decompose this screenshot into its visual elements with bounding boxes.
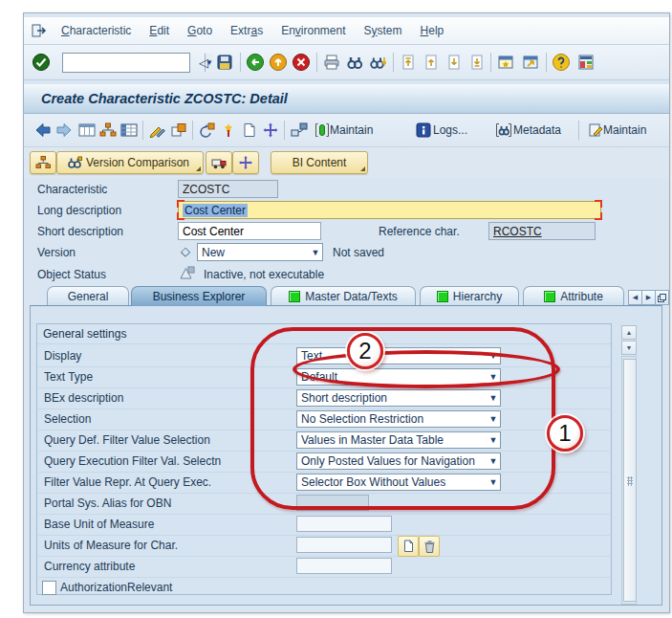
first-page-icon[interactable] (399, 53, 418, 72)
green-status-icon (289, 291, 300, 302)
display-change-icon[interactable] (148, 121, 167, 139)
tab-hierarchy[interactable]: Hierarchy (420, 286, 519, 305)
menu-item-edit[interactable]: Edit (149, 24, 169, 37)
enter-icon[interactable] (32, 53, 51, 72)
long-description-value: Cost Center (183, 204, 248, 217)
where-used-icon[interactable] (198, 121, 217, 139)
create-units-button[interactable] (398, 536, 419, 557)
menu-item-environment[interactable]: Environment (281, 24, 345, 37)
hierarchy-icon[interactable] (98, 121, 118, 139)
new-session-icon[interactable] (496, 53, 515, 72)
tab-label: Attribute (560, 290, 603, 303)
units-of-measure-field[interactable] (296, 537, 392, 553)
page-title: Create Characteristic ZCOSTC: Detail (41, 91, 288, 106)
settings-row-currency-attribute: Currency attribute (38, 556, 610, 578)
page-down-icon[interactable] (444, 53, 464, 72)
portal-alias-field (296, 495, 369, 511)
exit-session-icon[interactable] (32, 23, 48, 38)
exit-icon[interactable] (269, 53, 288, 72)
data-flow-icon[interactable] (290, 121, 309, 139)
tab-label: Hierarchy (453, 290, 502, 303)
page-up-icon[interactable] (422, 53, 441, 72)
delete-units-button[interactable] (419, 536, 440, 557)
settings-row-text-type: Text Type Default▼ (38, 366, 610, 388)
tab-attribute[interactable]: Attribute (523, 286, 624, 305)
authorization-relevant-checkbox[interactable] (42, 581, 56, 595)
tab-business-explorer[interactable]: Business Explorer (131, 286, 267, 306)
command-field[interactable]: ▼ (62, 53, 190, 73)
row-label: Query Execution Filter Val. Selectn (44, 454, 221, 468)
logs-button[interactable]: Logs... (433, 123, 467, 137)
previous-object-icon[interactable] (33, 121, 53, 139)
tab-scroll-right-icon[interactable]: ▶ (641, 290, 656, 305)
maintain2-button[interactable]: Maintain (603, 123, 646, 137)
base-unit-field[interactable] (296, 516, 392, 532)
short-description-input[interactable] (179, 225, 320, 238)
back-triangle-icon[interactable]: ◁ (194, 53, 213, 72)
tab-scroll-left-icon[interactable]: ◀ (628, 290, 642, 305)
metadata-button[interactable]: Metadata (513, 123, 561, 137)
menu-item-system[interactable]: System (364, 24, 402, 37)
table-icon[interactable] (119, 121, 139, 139)
hierarchy-button[interactable] (30, 151, 56, 174)
scrollbar-track[interactable] (621, 356, 637, 605)
navigation-arrows-icon[interactable] (261, 121, 280, 139)
long-description-field[interactable]: Cost Center (178, 201, 601, 219)
version-dropdown[interactable]: New▼ (197, 243, 323, 261)
filter-value-repr-dropdown[interactable]: Selector Box Without Values▼ (296, 474, 501, 491)
back-icon[interactable] (246, 53, 265, 72)
maintain-icon[interactable] (313, 121, 332, 139)
scrollbar-thumb[interactable] (623, 359, 637, 602)
selection-dropdown[interactable]: No Selection Restriction▼ (296, 410, 501, 428)
characteristic-field: ZCOSTC (178, 180, 278, 198)
tab-content-panel: General settings Display Text▼ Text Type… (30, 305, 662, 606)
new-page-icon[interactable] (240, 121, 259, 139)
print-icon[interactable] (322, 53, 341, 72)
short-description-field[interactable] (178, 222, 321, 240)
check-icon[interactable] (219, 121, 238, 139)
currency-attribute-field[interactable] (296, 558, 392, 574)
transport-button[interactable] (206, 151, 232, 174)
customize-layout-icon[interactable] (576, 53, 596, 72)
create-shortcut-icon[interactable] (521, 53, 540, 72)
maintain-button[interactable]: Maintain (330, 123, 373, 137)
query-exec-filter-dropdown[interactable]: Only Posted Values for Navigation▼ (296, 452, 501, 470)
info-icon[interactable] (414, 121, 433, 139)
find-icon[interactable] (345, 53, 364, 72)
tab-general[interactable]: General (47, 286, 129, 305)
scroll-up-icon[interactable]: ▲ (621, 325, 637, 340)
version-comparison-button[interactable]: Version Comparison (56, 151, 204, 174)
tab-master-data-texts[interactable]: Master Data/Texts (271, 286, 416, 305)
copy-icon[interactable] (169, 121, 188, 139)
sap-gui-screenshot: CharacteristicEditGotoExtrasEnvironmentS… (0, 0, 672, 618)
save-icon[interactable] (215, 53, 234, 72)
scroll-down-icon[interactable]: ▼ (621, 341, 637, 355)
bi-content-button[interactable]: BI Content (271, 151, 368, 174)
text-type-dropdown[interactable]: Default▼ (296, 368, 501, 386)
help-icon[interactable] (552, 53, 571, 72)
metadata-icon[interactable] (494, 121, 513, 139)
menu-item-help[interactable]: Help (421, 24, 444, 37)
dropdown-value: Text (297, 349, 487, 363)
menu-item-extras[interactable]: Extras (230, 24, 263, 37)
find-next-icon[interactable] (368, 53, 387, 72)
bex-description-dropdown[interactable]: Short description▼ (296, 389, 501, 407)
menu-item-characteristic[interactable]: Characteristic (61, 24, 131, 37)
overview-icon[interactable] (77, 121, 97, 139)
dropdown-value: Short description (297, 391, 487, 405)
next-object-icon[interactable] (54, 121, 74, 139)
version-label: Version (37, 246, 76, 259)
display-dropdown[interactable]: Text▼ (296, 347, 501, 364)
cancel-icon[interactable] (292, 53, 311, 72)
maintain-master-data-icon[interactable] (586, 121, 605, 139)
separator (240, 53, 241, 72)
vertical-scrollbar[interactable]: ▲ ▼ (621, 325, 637, 605)
query-def-filter-dropdown[interactable]: Values in Master Data Table▼ (296, 431, 501, 449)
data-flow-button[interactable] (232, 151, 259, 174)
last-page-icon[interactable] (467, 53, 487, 72)
object-status-value: Inactive, not executable (204, 268, 324, 281)
settings-row-selection: Selection No Selection Restriction▼ (38, 408, 610, 430)
menu-item-goto[interactable]: Goto (187, 24, 212, 37)
command-input[interactable] (63, 54, 205, 72)
tab-overview-icon[interactable] (655, 290, 669, 305)
